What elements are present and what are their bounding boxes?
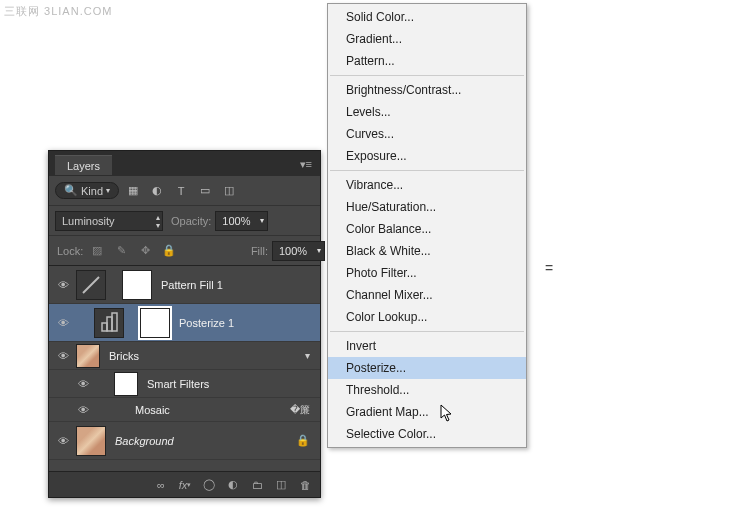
layers-panel: Layers ▾≡ 🔍 Kind ▾ ▦ ◐ T ▭ ◫ Luminosity … [48,150,321,498]
menu-threshold[interactable]: Threshold... [328,379,526,401]
layer-name[interactable]: Posterize 1 [179,317,234,329]
opacity-value: 100% [222,215,250,227]
menu-gradient-map[interactable]: Gradient Map... [328,401,526,423]
layer-name[interactable]: Background [115,435,174,447]
new-layer-button[interactable]: ◫ [270,474,292,496]
fill-value: 100% [279,245,307,257]
chevron-down-icon: ▾ [106,186,110,195]
layer-list: 👁 Pattern Fill 1 👁 Posterize 1 👁 Brick [49,265,320,460]
blend-mode-value: Luminosity [62,215,115,227]
bricks-thumb[interactable] [76,344,100,368]
panel-menu-icon[interactable]: ▾≡ [296,154,316,175]
layer-mask-thumb[interactable] [122,270,152,300]
lock-all-icon[interactable]: 🔒 [159,242,179,260]
layer-filter-row: 🔍 Kind ▾ ▦ ◐ T ▭ ◫ [49,175,320,205]
menu-pattern[interactable]: Pattern... [328,50,526,72]
layer-smart-filters[interactable]: 👁 Smart Filters [49,370,320,398]
opacity-dropdown-icon[interactable]: ▾ [256,211,268,231]
link-layers-button[interactable]: ∞ [150,474,172,496]
menu-separator [330,331,524,332]
menu-curves[interactable]: Curves... [328,123,526,145]
panel-bottom-bar: ∞ fx▾ ◯ ◐ 🗀 ◫ 🗑 [49,471,320,497]
layers-tab[interactable]: Layers [55,155,112,175]
add-mask-button[interactable]: ◯ [198,474,220,496]
filter-smart-icon[interactable]: ◫ [219,182,239,200]
menu-separator [330,170,524,171]
menu-channel-mixer[interactable]: Channel Mixer... [328,284,526,306]
filter-kind-select[interactable]: 🔍 Kind ▾ [55,182,119,199]
lock-transparent-icon[interactable]: ▨ [87,242,107,260]
menu-invert[interactable]: Invert [328,335,526,357]
lock-pixels-icon[interactable]: ✎ [111,242,131,260]
delete-layer-button[interactable]: 🗑 [294,474,316,496]
layer-name[interactable]: Bricks [109,350,139,362]
svg-rect-3 [112,313,117,331]
fill-input[interactable]: 100% ▾ [272,241,314,261]
watermark-text: 三联网 3LIAN.COM [4,4,112,19]
filter-blending-icon[interactable]: �簾 [290,403,310,417]
visibility-toggle[interactable]: 👁 [53,435,73,447]
link-icon[interactable] [127,308,137,338]
adjustment-context-menu: Solid Color... Gradient... Pattern... Br… [327,3,527,448]
select-arrows-icon: ▴▾ [156,214,160,230]
fill-label: Fill: [251,245,268,257]
menu-photo-filter[interactable]: Photo Filter... [328,262,526,284]
filter-kind-label: Kind [81,185,103,197]
visibility-toggle[interactable]: 👁 [53,279,73,291]
visibility-toggle[interactable]: 👁 [53,350,73,362]
filter-shape-icon[interactable]: ▭ [195,182,215,200]
layer-posterize[interactable]: 👁 Posterize 1 [49,304,320,342]
menu-brightness-contrast[interactable]: Brightness/Contrast... [328,79,526,101]
blend-mode-select[interactable]: Luminosity ▴▾ [55,211,163,231]
layer-bricks[interactable]: 👁 Bricks ▾ [49,342,320,370]
lock-row: Lock: ▨ ✎ ✥ 🔒 Fill: 100% ▾ [49,235,320,265]
menu-black-white[interactable]: Black & White... [328,240,526,262]
menu-selective-color[interactable]: Selective Color... [328,423,526,445]
opacity-input[interactable]: 100% ▾ [215,211,257,231]
layer-pattern-fill[interactable]: 👁 Pattern Fill 1 [49,266,320,304]
fill-dropdown-icon[interactable]: ▾ [313,241,325,261]
menu-posterize[interactable]: Posterize... [328,357,526,379]
filter-adjustment-icon[interactable]: ◐ [147,182,167,200]
layer-name: Smart Filters [147,378,209,390]
menu-solid-color[interactable]: Solid Color... [328,6,526,28]
new-group-button[interactable]: 🗀 [246,474,268,496]
link-icon[interactable] [109,270,119,300]
menu-color-lookup[interactable]: Color Lookup... [328,306,526,328]
layer-mask-thumb[interactable] [140,308,170,338]
menu-exposure[interactable]: Exposure... [328,145,526,167]
filter-pixel-icon[interactable]: ▦ [123,182,143,200]
layer-name[interactable]: Pattern Fill 1 [161,279,223,291]
filter-type-icon[interactable]: T [171,182,191,200]
equals-sign: = [545,260,553,276]
lock-label: Lock: [57,245,83,257]
blend-row: Luminosity ▴▾ Opacity: 100% ▾ [49,205,320,235]
opacity-label: Opacity: [171,215,211,227]
pattern-fill-thumb[interactable] [76,270,106,300]
visibility-toggle[interactable]: 👁 [73,404,93,416]
smart-object-disclosure-icon[interactable]: ▾ [305,350,310,361]
menu-gradient[interactable]: Gradient... [328,28,526,50]
menu-separator [330,75,524,76]
panel-tab-bar: Layers ▾≡ [49,151,320,175]
visibility-toggle[interactable]: 👁 [53,317,73,329]
layer-name[interactable]: Mosaic [135,404,170,416]
posterize-thumb[interactable] [94,308,124,338]
background-thumb[interactable] [76,426,106,456]
filter-mask-thumb[interactable] [114,372,138,396]
menu-vibrance[interactable]: Vibrance... [328,174,526,196]
menu-hue-saturation[interactable]: Hue/Saturation... [328,196,526,218]
lock-icon[interactable]: 🔒 [296,434,310,447]
svg-line-0 [83,277,99,293]
visibility-toggle[interactable]: 👁 [73,378,93,390]
layer-mosaic-filter[interactable]: 👁 Mosaic �簾 [49,398,320,422]
layer-background[interactable]: 👁 Background 🔒 [49,422,320,460]
menu-color-balance[interactable]: Color Balance... [328,218,526,240]
search-icon: 🔍 [64,184,78,197]
layer-style-button[interactable]: fx▾ [174,474,196,496]
new-adjustment-button[interactable]: ◐ [222,474,244,496]
lock-position-icon[interactable]: ✥ [135,242,155,260]
menu-levels[interactable]: Levels... [328,101,526,123]
